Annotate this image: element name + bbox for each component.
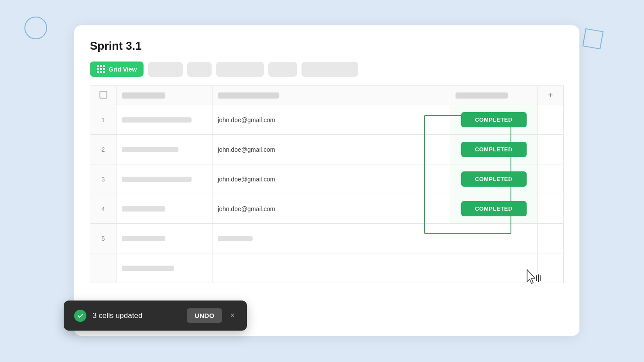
td-row-num-2: 2	[90, 135, 116, 164]
td-placeholder	[122, 206, 165, 212]
toast-notification: 3 cells updated UNDO ×	[64, 301, 247, 331]
toast-undo-button[interactable]: UNDO	[187, 308, 222, 323]
td-extra-row5	[538, 224, 564, 253]
td-extra-row1	[538, 105, 564, 135]
table-wrapper: + 1 john.doe@gmail.com COMPLETED	[90, 85, 564, 283]
td-email-row3: john.doe@gmail.com	[212, 164, 450, 194]
td-col1-row5	[116, 224, 212, 253]
td-status-row6	[450, 253, 538, 283]
td-row-num-1: 1	[90, 105, 116, 135]
td-status-row2[interactable]: COMPLETED	[450, 135, 538, 164]
th-add-col[interactable]: +	[538, 86, 564, 105]
table-row: 1 john.doe@gmail.com COMPLETED	[90, 105, 564, 135]
table-row: 5	[90, 224, 564, 253]
td-status-row5	[450, 224, 538, 253]
th-placeholder-1	[122, 92, 165, 99]
td-col1-row6	[116, 253, 212, 283]
toolbar-placeholder-4	[268, 62, 297, 77]
td-placeholder	[122, 117, 192, 123]
td-row-num-4: 4	[90, 194, 116, 224]
td-col1-row3	[116, 164, 212, 194]
add-column-button[interactable]: +	[548, 90, 553, 100]
table-row: 3 john.doe@gmail.com COMPLETED	[90, 164, 564, 194]
status-badge-1[interactable]: COMPLETED	[461, 112, 527, 127]
header-checkbox[interactable]	[99, 91, 107, 99]
toast-success-icon	[74, 310, 86, 322]
td-col2-row5	[212, 224, 450, 253]
td-extra-row2	[538, 135, 564, 164]
deco-square	[582, 28, 604, 50]
toast-message: 3 cells updated	[92, 311, 181, 320]
th-placeholder-2	[218, 92, 279, 99]
td-col1-row2	[116, 135, 212, 164]
td-placeholder	[122, 266, 174, 271]
table-row	[90, 253, 564, 283]
toolbar-placeholder-2	[187, 62, 212, 77]
th-col3	[450, 86, 538, 105]
status-badge-3[interactable]: COMPLETED	[461, 171, 527, 187]
status-badge-4[interactable]: COMPLETED	[461, 201, 527, 216]
td-placeholder	[122, 236, 165, 241]
td-email-row2: john.doe@gmail.com	[212, 135, 450, 164]
grid-view-button[interactable]: Grid View	[90, 61, 144, 77]
td-col2-row6	[212, 253, 450, 283]
td-placeholder	[218, 236, 253, 241]
th-placeholder-3	[456, 92, 508, 99]
main-card: Sprint 3.1 Grid View	[74, 25, 579, 336]
status-badge-2[interactable]: COMPLETED	[461, 142, 527, 157]
table-header-row: +	[90, 86, 564, 105]
card-header: Sprint 3.1 Grid View	[74, 25, 579, 85]
td-row-num-3: 3	[90, 164, 116, 194]
toolbar: Grid View	[90, 61, 564, 77]
deco-circle	[24, 17, 47, 39]
toast-close-button[interactable]: ×	[228, 311, 236, 320]
toolbar-placeholder-1	[148, 62, 183, 77]
td-row-num-5: 5	[90, 224, 116, 253]
td-extra-row3	[538, 164, 564, 194]
toolbar-placeholder-5	[301, 62, 358, 77]
page-title: Sprint 3.1	[90, 39, 564, 53]
td-placeholder	[122, 147, 178, 152]
grid-table: + 1 john.doe@gmail.com COMPLETED	[90, 85, 564, 283]
th-col2	[212, 86, 450, 105]
td-col1-row1	[116, 105, 212, 135]
table-row: 2 john.doe@gmail.com COMPLETED	[90, 135, 564, 164]
toolbar-placeholder-3	[216, 62, 264, 77]
td-extra-row4	[538, 194, 564, 224]
td-email-row4: john.doe@gmail.com	[212, 194, 450, 224]
th-col1	[116, 86, 212, 105]
grid-view-label: Grid View	[109, 66, 137, 73]
table-container: + 1 john.doe@gmail.com COMPLETED	[74, 85, 579, 283]
td-col1-row4	[116, 194, 212, 224]
td-email-row1: john.doe@gmail.com	[212, 105, 450, 135]
grid-icon	[97, 65, 105, 73]
td-status-row3[interactable]: COMPLETED	[450, 164, 538, 194]
td-status-row4[interactable]: COMPLETED	[450, 194, 538, 224]
td-row-num-6	[90, 253, 116, 283]
td-status-row1[interactable]: COMPLETED	[450, 105, 538, 135]
th-checkbox	[90, 86, 116, 105]
td-extra-row6	[538, 253, 564, 283]
td-placeholder	[122, 177, 192, 182]
table-row: 4 john.doe@gmail.com COMPLETED	[90, 194, 564, 224]
